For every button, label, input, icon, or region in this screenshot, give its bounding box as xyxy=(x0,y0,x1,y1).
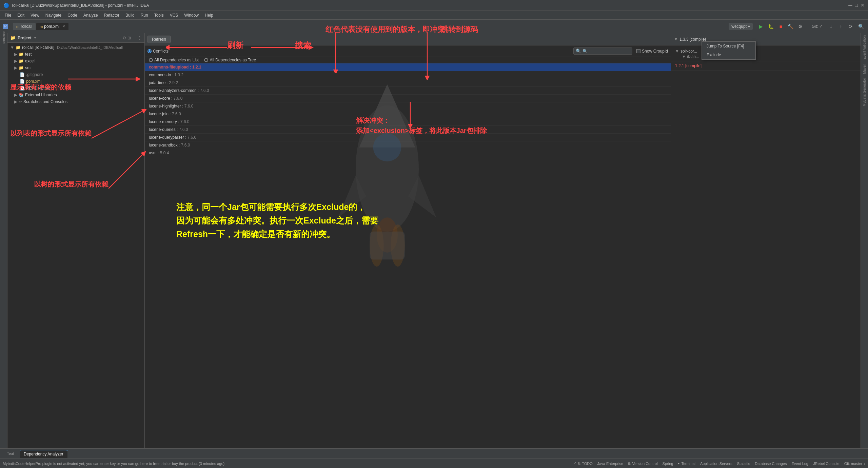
conflicts-radio[interactable] xyxy=(147,49,152,53)
tree-item-ext-libs[interactable]: ▶ 📚 External Libraries xyxy=(7,92,144,98)
folder-src-label: src xyxy=(25,65,31,70)
vcs-push-btn[interactable]: ↑ xyxy=(836,22,845,31)
git-status: Git: ✓ xyxy=(812,24,823,29)
terminal-status[interactable]: ▸ Terminal xyxy=(678,461,695,466)
ctx-jump-source[interactable]: Jump To Source [F4] xyxy=(702,42,755,51)
vcs-history-btn[interactable]: ⟳ xyxy=(846,22,855,31)
folder-test-icon: 📁 xyxy=(19,52,24,57)
menu-edit[interactable]: Edit xyxy=(15,12,27,18)
build-btn[interactable]: 🔨 xyxy=(786,22,795,31)
maven-icon[interactable]: Maven xyxy=(862,62,867,76)
tree-root[interactable]: ▼ 📁 rollcall [roll-call-ai] D:\Juzi\Work… xyxy=(7,44,144,51)
event-validation-icon[interactable]: Event Validation xyxy=(862,33,867,62)
settings-panel-icon[interactable]: ⋮ xyxy=(138,36,142,40)
maximize-btn[interactable]: □ xyxy=(855,2,858,8)
dep-item-0[interactable]: commons-fileupload : 1.2.1 xyxy=(145,63,671,71)
settings-btn[interactable]: ⚙ xyxy=(796,22,805,31)
event-log-status[interactable]: Event Log xyxy=(791,461,808,466)
version-item-solr[interactable]: ▼ solr-cor... ▼ ik-an... xyxy=(671,47,861,61)
dep-version-8: : 7.6.0 xyxy=(176,127,188,132)
search-box[interactable]: 🔍 xyxy=(573,47,632,55)
scratches-icon: ✏ xyxy=(19,99,22,104)
tree-item-test[interactable]: ▶ 📁 test xyxy=(7,51,144,58)
debug-btn[interactable]: 🐛 xyxy=(767,22,775,31)
all-list-radio[interactable] xyxy=(149,58,153,62)
statistic-status[interactable]: Statistic xyxy=(737,461,750,466)
tab-text[interactable]: Text xyxy=(3,450,18,457)
structure-icon[interactable]: Structure xyxy=(1,35,7,41)
stop-btn[interactable]: ■ xyxy=(776,22,785,31)
folder-test-label: test xyxy=(25,52,32,57)
tree-item-src[interactable]: ▶ 📁 src xyxy=(7,64,144,71)
project-root-label: rollcall [roll-call-ai] xyxy=(22,45,54,50)
spring-status[interactable]: Spring xyxy=(663,461,673,466)
app-servers-status[interactable]: Application Servers xyxy=(700,461,732,466)
menu-build[interactable]: Build xyxy=(123,12,137,18)
tab-rollcall[interactable]: m rollcall xyxy=(13,23,36,30)
tab-pom-xml[interactable]: m pom.xml ✕ xyxy=(36,23,68,30)
groupid-checkbox[interactable] xyxy=(636,49,640,53)
folder-excel-label: excel xyxy=(25,59,35,63)
filter-all-tree[interactable]: All Dependencies as Tree xyxy=(204,58,256,62)
menu-view[interactable]: View xyxy=(28,12,42,18)
version-item-compile[interactable]: 1.2.1 [compile] xyxy=(671,61,861,71)
jrebel-label: JRebel Console xyxy=(813,462,840,466)
menu-refactor[interactable]: Refactor xyxy=(101,12,122,18)
tree-item-readme[interactable]: 📄 README.md xyxy=(7,85,144,92)
jrebel-status[interactable]: JRebel Console xyxy=(813,461,840,466)
dep-name-8: lucene-queries xyxy=(149,127,176,132)
close-btn[interactable]: ✕ xyxy=(861,2,865,8)
mybatis-icon[interactable]: MyBatis Generator xyxy=(862,76,867,108)
show-groupid-checkbox[interactable]: Show GroupId xyxy=(636,49,668,54)
dep-version-11: : 5.0.4 xyxy=(157,151,169,155)
titlebar-title: roll-call-ai [D:\Juzi\WorkSpace\IntelliJ… xyxy=(12,3,149,8)
search-everywhere-btn[interactable]: 🔍 xyxy=(856,22,865,31)
tree-item-pom[interactable]: 📄 pom.xml xyxy=(7,78,144,85)
expand-icon[interactable]: ⊞ xyxy=(127,36,131,40)
window-controls[interactable]: ─ □ ✕ xyxy=(848,2,865,8)
menu-tools[interactable]: Tools xyxy=(152,12,166,18)
user-selector[interactable]: wecqupt ▾ xyxy=(729,23,753,30)
filter-all-list[interactable]: All Dependencies as List xyxy=(149,58,199,62)
toolbar: P m rollcall m pom.xml ✕ wecqupt ▾ ▶ 🐛 ■… xyxy=(0,20,868,33)
git-master-label: Git: master ↓ xyxy=(844,462,865,466)
todo-status[interactable]: ✓ 6: TODO xyxy=(573,461,593,466)
menu-help[interactable]: Help xyxy=(202,12,216,18)
tree-item-excel[interactable]: ▶ 📁 excel xyxy=(7,58,144,64)
menu-code[interactable]: Code xyxy=(65,12,80,18)
database-status[interactable]: Database Changes xyxy=(755,461,787,466)
project-panel: 📁 Project ▾ ⚙ ⊞ — ⋮ ▼ 📁 rollcall [roll-c… xyxy=(7,33,145,448)
run-btn[interactable]: ▶ xyxy=(757,22,766,31)
tree-expand-scratch: ▶ xyxy=(14,99,17,104)
menu-navigate[interactable]: Navigate xyxy=(43,12,64,18)
cog-icon[interactable]: ⚙ xyxy=(122,36,126,40)
project-dropdown-icon[interactable]: ▾ xyxy=(34,36,36,40)
dep-secondary-filters: All Dependencies as List All Dependencie… xyxy=(145,57,671,63)
close-tab-icon[interactable]: ✕ xyxy=(62,24,65,28)
tree-item-gitignore[interactable]: 📄 .gitignore xyxy=(7,71,144,78)
search-input[interactable] xyxy=(583,49,630,54)
tree-expand-test: ▶ xyxy=(14,52,17,57)
ctx-exclude[interactable]: Exclude xyxy=(702,51,755,59)
vcs-update-btn[interactable]: ↓ xyxy=(827,22,835,31)
refresh-button[interactable]: Refresh xyxy=(147,36,171,43)
gitignore-label: .gitignore xyxy=(26,72,43,77)
version-control-status[interactable]: 9: Version Control xyxy=(628,461,657,466)
minimize-btn[interactable]: ─ xyxy=(848,2,852,8)
menu-window[interactable]: Window xyxy=(181,12,201,18)
tree-item-scratches[interactable]: ▶ ✏ Scratches and Consoles xyxy=(7,98,144,105)
filter-conflicts[interactable]: Conflicts xyxy=(147,49,169,54)
tab-dep-analyzer[interactable]: Dependency Analyzer xyxy=(20,450,67,458)
ikan-label: ik-an... xyxy=(687,54,699,59)
menu-vcs[interactable]: VCS xyxy=(167,12,181,18)
menu-run[interactable]: Run xyxy=(138,12,151,18)
folder-src-icon: 📁 xyxy=(19,65,24,70)
all-tree-radio[interactable] xyxy=(204,58,208,62)
menu-file[interactable]: File xyxy=(2,12,14,18)
menu-analyze[interactable]: Analyze xyxy=(81,12,101,18)
collapse-icon[interactable]: — xyxy=(132,36,136,40)
dep-name-6: lucene-join xyxy=(149,112,169,116)
java-status[interactable]: Java Enterprise xyxy=(597,461,623,466)
expand-ikan-icon: ▼ xyxy=(682,54,686,59)
git-master-status[interactable]: Git: master ↓ xyxy=(844,461,865,466)
